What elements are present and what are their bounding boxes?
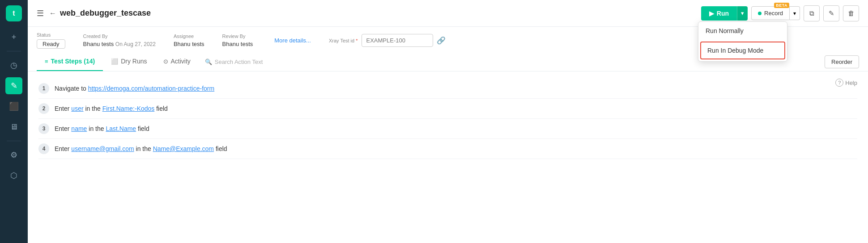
run-debug-mode-option[interactable]: Run In Debug Mode: [700, 42, 785, 59]
edit-button[interactable]: ✎: [823, 5, 839, 21]
search-placeholder-label: Search Action Text: [215, 59, 263, 65]
steps-area: ? Help 1 Navigate to https://demoga.com/…: [28, 71, 868, 243]
sidebar-divider: [7, 51, 21, 51]
run-button-label: Run: [717, 10, 729, 17]
delete-button[interactable]: 🗑: [843, 5, 859, 21]
assignee-group: Assignee Bhanu tests: [174, 34, 204, 47]
search-tab[interactable]: 🔍 Search Action Text: [199, 55, 269, 69]
step-field-link[interactable]: Last.Name: [106, 125, 136, 132]
sidebar: t + ◷ ✎ ⬛ 🖥 ⚙ ⬡: [0, 0, 28, 243]
table-row: 2 Enter user in the First.Name:-Kodos fi…: [38, 99, 857, 119]
header: ☰ ← web_debugger_tescase ▶ Run ▾ BETA Re…: [28, 0, 868, 27]
record-button[interactable]: Record: [751, 6, 790, 20]
tab-activity[interactable]: ⊙ Activity: [155, 52, 199, 71]
sidebar-icon-activity[interactable]: ◷: [5, 57, 22, 74]
step-text: Enter user in the First.Name:-Kodos fiel…: [55, 105, 168, 112]
xray-label: Xray Test id *: [329, 38, 358, 43]
sidebar-icon-add[interactable]: +: [5, 29, 22, 46]
step-field-link[interactable]: First.Name:-Kodos: [102, 105, 155, 112]
run-button[interactable]: ▶ Run: [701, 6, 737, 21]
table-row: 3 Enter name in the Last.Name field: [38, 119, 857, 139]
step-value-link[interactable]: user: [71, 105, 83, 112]
step-text: Enter username@gmail.com in the Name@Exa…: [55, 145, 227, 152]
page-title: web_debugger_tescase: [60, 8, 151, 18]
run-dropdown-menu: Run Normally Run In Debug Mode: [698, 21, 787, 62]
tab-test-steps[interactable]: ≡ Test Steps (14): [37, 52, 103, 71]
copy-icon: ⧉: [809, 9, 814, 17]
status-group: Status Ready: [37, 32, 65, 49]
created-by-label: Created By: [83, 34, 156, 39]
step-field-link[interactable]: Name@Example.com: [153, 145, 214, 152]
reorder-button[interactable]: Reorder: [825, 55, 859, 68]
help-button[interactable]: ? Help: [835, 79, 857, 87]
run-button-group: ▶ Run ▾: [701, 6, 748, 21]
step-number: 3: [38, 123, 49, 134]
more-details-link[interactable]: More details...: [274, 37, 311, 44]
help-label: Help: [845, 80, 857, 86]
trash-icon: 🗑: [848, 9, 855, 17]
record-button-label: Record: [764, 10, 783, 17]
step-value-link[interactable]: name: [71, 125, 87, 132]
sidebar-icon-briefcase[interactable]: ⬛: [5, 98, 22, 115]
run-normally-option[interactable]: Run Normally: [698, 22, 787, 40]
table-row: 1 Navigate to https://demoga.com/automat…: [38, 79, 857, 99]
table-row: 4 Enter username@gmail.com in the Name@E…: [38, 139, 857, 159]
sidebar-divider-2: [7, 141, 21, 141]
edit-pencil-icon: ✎: [829, 9, 834, 17]
list-icon: ≡: [45, 58, 48, 65]
xray-group: Xray Test id * 🔗: [329, 34, 446, 47]
app-logo[interactable]: t: [6, 5, 22, 21]
back-button[interactable]: ←: [49, 9, 56, 17]
activity-tab-icon: ⊙: [163, 58, 168, 65]
record-button-group: BETA Record ▾: [751, 6, 800, 20]
created-by-group: Created By Bhanu tests On Aug 27, 2022: [83, 34, 156, 47]
assignee-value: Bhanu tests: [174, 41, 204, 47]
required-marker: *: [354, 38, 357, 43]
step-value-link[interactable]: username@gmail.com: [71, 145, 134, 152]
beta-badge: BETA: [774, 3, 789, 8]
review-by-group: Review By Bhanu tests: [222, 34, 253, 47]
step-link[interactable]: https://demoga.com/automation-practice-f…: [88, 85, 214, 92]
sidebar-icon-monitor[interactable]: 🖥: [5, 118, 22, 135]
copy-button[interactable]: ⧉: [804, 5, 820, 21]
step-text: Enter name in the Last.Name field: [55, 125, 149, 132]
run-play-icon: ▶: [709, 10, 714, 17]
sidebar-icon-puzzle[interactable]: ⬡: [5, 167, 22, 184]
help-circle-icon: ?: [835, 79, 843, 87]
run-dropdown-arrow[interactable]: ▾: [737, 6, 748, 21]
link-icon[interactable]: 🔗: [437, 36, 446, 45]
header-actions: ▶ Run ▾ BETA Record ▾ ⧉ ✎ 🗑: [701, 5, 859, 21]
step-text: Navigate to https://demoga.com/automatio…: [55, 85, 214, 92]
record-dot-icon: [758, 12, 762, 15]
main-content: ☰ ← web_debugger_tescase ▶ Run ▾ BETA Re…: [28, 0, 868, 243]
assignee-label: Assignee: [174, 34, 204, 39]
test-steps-tab-label: Test Steps (14): [51, 58, 95, 65]
activity-tab-label: Activity: [171, 58, 191, 65]
review-by-value: Bhanu tests: [222, 41, 253, 47]
search-icon: 🔍: [205, 59, 212, 65]
dry-runs-icon: ⬜: [111, 58, 118, 65]
tab-dry-runs[interactable]: ⬜ Dry Runs: [103, 52, 155, 71]
review-by-label: Review By: [222, 34, 253, 39]
created-by-value: Bhanu tests On Aug 27, 2022: [83, 41, 156, 47]
record-dropdown-arrow[interactable]: ▾: [790, 6, 800, 20]
step-number: 2: [38, 103, 49, 114]
sidebar-icon-edit[interactable]: ✎: [5, 77, 22, 94]
status-badge: Ready: [37, 39, 65, 49]
dry-runs-tab-label: Dry Runs: [121, 58, 147, 65]
sidebar-icon-settings[interactable]: ⚙: [5, 147, 22, 163]
status-label: Status: [37, 32, 65, 38]
step-number: 4: [38, 143, 49, 154]
step-number: 1: [38, 83, 49, 94]
xray-input[interactable]: [362, 34, 433, 47]
hamburger-menu-icon[interactable]: ☰: [37, 8, 44, 18]
